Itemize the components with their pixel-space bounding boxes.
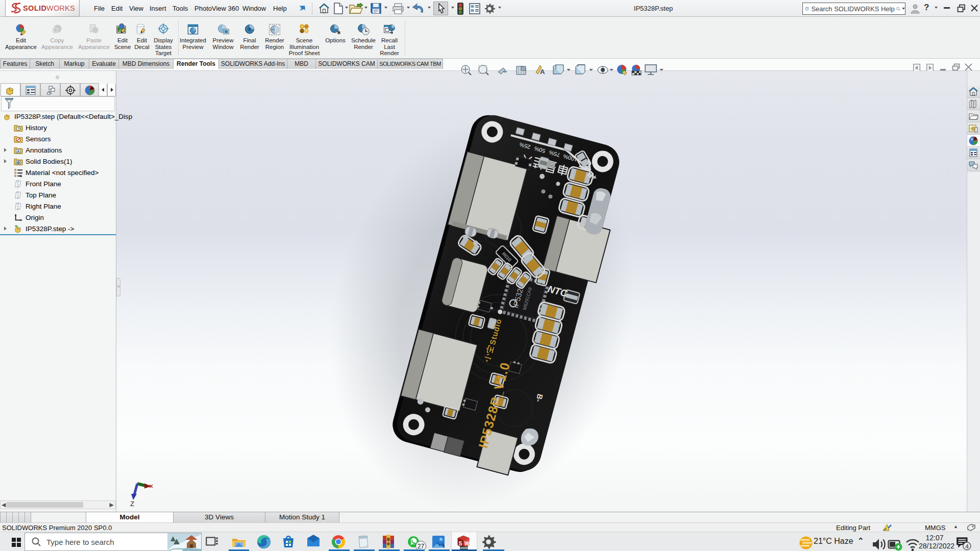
svg-text:W: W [464,541,470,546]
svg-text:A: A [540,68,545,76]
svg-text:A: A [17,149,19,154]
svg-text:SOLID: SOLID [23,4,46,12]
svg-text:WORKS: WORKS [46,4,75,12]
svg-text:4: 4 [965,543,969,549]
svg-text:?: ? [806,7,808,10]
svg-text:S: S [459,541,462,546]
svg-text:Z: Z [130,500,134,508]
